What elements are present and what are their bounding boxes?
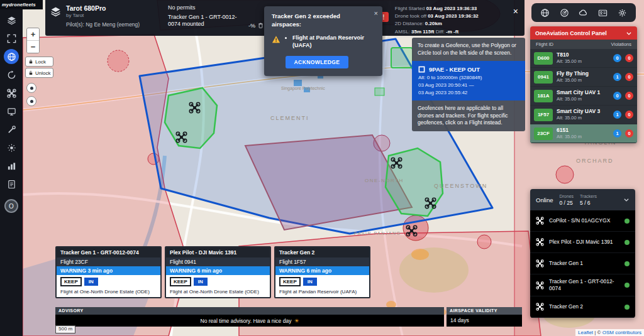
drone-summary: Tarot 680Pro by Tarot Pilot(s): Ng Ee Me… <box>66 4 159 28</box>
unlock-button[interactable]: Unlock <box>25 68 53 78</box>
alert-count-badge: 0 <box>625 111 633 119</box>
online-status-dot <box>625 261 630 266</box>
alert-count-badge: 0 <box>625 73 633 81</box>
history-button[interactable] <box>4 67 19 82</box>
trackers-count: 5 / 6 <box>580 200 597 206</box>
keep-badge: KEEP <box>170 277 191 286</box>
flight-id-badge: D600 <box>534 52 553 65</box>
keepout-geofence-card[interactable]: 9PAE - KEEP OUT Alt: 0 to 100000m (32808… <box>412 61 525 100</box>
exceeded-airspace-list: Flight at Pandan Reservoir (UAFA) <box>284 34 367 49</box>
brightness-button[interactable] <box>4 140 19 155</box>
osm-link[interactable]: OSM contributors <box>602 330 641 335</box>
online-panel-header[interactable]: Online Drones 0 / 25 Trackers 5 / 6 <box>530 189 635 210</box>
zoom-in-button[interactable]: + <box>27 29 39 41</box>
zoom-out-button[interactable]: − <box>27 41 39 53</box>
trash-icon[interactable] <box>257 22 264 29</box>
acknowledge-button[interactable]: ACKNOWLEDGE <box>286 56 348 68</box>
user-avatar[interactable]: O <box>4 199 18 213</box>
flight-row[interactable]: 0941 Fly By Thing Alt: 35.00 m 1 0 <box>530 68 637 87</box>
flight-row[interactable]: D600 T810 Alt: 35.00 m 0 0 <box>530 49 637 68</box>
weather-button[interactable] <box>577 6 591 19</box>
map-label: Singapore Polytechnic <box>281 86 325 91</box>
basemap-button[interactable] <box>538 6 552 19</box>
close-flight-bar-button[interactable]: × <box>512 7 519 16</box>
globe-icon <box>540 8 550 18</box>
online-status-dot <box>625 240 630 245</box>
sun-icon <box>7 143 16 153</box>
takeoff-label: Drone took off <box>395 13 426 19</box>
gear-icon <box>618 8 627 18</box>
flight-area-polygon[interactable] <box>391 48 413 68</box>
drone-name: Tarot 680Pro <box>66 4 159 12</box>
device-row[interactable]: Plex Pilot - DJI Mavic 1391 <box>530 232 635 253</box>
map-view-button[interactable] <box>4 49 19 64</box>
control-panel-title: OneAviation Control Panel <box>535 30 607 36</box>
card-airspace: Flight at One-North Drone Estate (ODE) <box>166 288 270 297</box>
flight-stats: Flight Started 03 Aug 2023 19:36:33 Dron… <box>395 5 507 36</box>
device-name: CoPilot - S/N 01AGCYGX <box>549 217 619 224</box>
advisory-text: No real time advisory. Have a nice day <box>201 318 292 324</box>
layers-button[interactable] <box>4 13 19 28</box>
control-panel: OneAviation Control Panel Flight ID Viol… <box>530 26 637 143</box>
alert-count-badge: 0 <box>625 129 633 138</box>
drone-icon <box>7 89 16 98</box>
flight-row[interactable]: 181A Smart City UAV 1 Alt: 35.00 m 0 0 <box>530 87 637 106</box>
takeoff-value: 03 Aug 2023 19:36:32 <box>428 13 479 19</box>
devices-button[interactable] <box>4 104 19 119</box>
direction-badge: IN <box>194 278 208 286</box>
flight-row[interactable]: 1F57 Smart City UAV 3 Alt: 35.00 m 1 0 <box>530 106 637 124</box>
device-row[interactable]: Tracker Gen 1 <box>530 253 635 274</box>
warning-icon <box>272 35 280 44</box>
warning-card[interactable]: Plex Pilot - DJI Mavic 1391 Flight 0941 … <box>165 246 271 298</box>
online-status-dot <box>625 219 630 224</box>
device-row[interactable]: Tracker Gen 1 - GRT-0012-0074 <box>530 274 635 296</box>
control-panel-header[interactable]: OneAviation Control Panel <box>530 26 637 40</box>
marker-toggle-button[interactable] <box>26 96 36 106</box>
flight-row-selected[interactable]: 23CF 6151 Alt: 35.00 m 1 0 <box>530 124 637 143</box>
device-name: Tracker Gen 1 - GRT-0012-0074 <box>549 278 619 292</box>
leaflet-link[interactable]: Leaflet <box>578 330 593 335</box>
diff-value: -m -ft <box>446 29 458 35</box>
geofence-start-time: 03 Aug 2023 20:50:41 — <box>418 82 519 88</box>
contacts-button[interactable] <box>596 6 610 19</box>
restricted-circle-zone <box>108 50 129 72</box>
app-sidebar: O <box>0 0 23 336</box>
geofence-note: Geofences here are applicable to all dro… <box>412 100 525 131</box>
layers-icon[interactable] <box>50 6 61 19</box>
warning-card[interactable]: Tracker Gen 1 - GRT-0012-0074 Flight 23C… <box>55 246 162 298</box>
map-attribution: Leaflet | © OSM contributors <box>575 329 644 336</box>
distance-value: 0.20km <box>425 21 442 26</box>
drones-label: Drones <box>559 193 574 199</box>
tracker-mounted: Tracker Gen 1 - GRT-0012-0074 mounted <box>168 14 245 28</box>
device-row[interactable]: CoPilot - S/N 01AGCYGX <box>530 210 635 232</box>
online-devices-panel: Online Drones 0 / 25 Trackers 5 / 6 CoPi… <box>530 189 635 318</box>
map-toolbar <box>531 3 636 22</box>
reports-button[interactable] <box>4 176 19 192</box>
bar-chart-icon <box>7 161 16 171</box>
fullscreen-button[interactable] <box>4 31 19 46</box>
drone-icon <box>536 303 544 311</box>
flight-id-badge: 1F57 <box>534 109 553 121</box>
map-label: QUEENSTOWN <box>434 183 487 189</box>
tools-button[interactable] <box>4 122 19 137</box>
flight-id-badge: 181A <box>534 90 553 102</box>
flight-name: T810 <box>557 51 609 58</box>
card-title: Tracker Gen 1 - GRT-0012-0074 <box>57 247 160 257</box>
flight-name: Smart City UAV 3 <box>557 108 609 114</box>
modal-close-button[interactable]: × <box>374 9 378 17</box>
warning-card[interactable]: Tracker Gen 2 Flight 1F57 WARNING 6 min … <box>274 246 370 298</box>
lock-button[interactable]: Lock <box>25 57 53 67</box>
online-status-dot <box>625 283 630 288</box>
sun-icon: ☀ <box>294 318 299 324</box>
device-name: Tracker Gen 2 <box>549 303 619 310</box>
marker-toggle-button[interactable] <box>26 83 36 93</box>
flight-area-polygon[interactable] <box>375 88 384 95</box>
drone-fleet-button[interactable] <box>4 85 19 100</box>
direction-badge: IN <box>84 278 98 286</box>
airspace-validity-value: 14 days <box>447 315 522 327</box>
analytics-button[interactable] <box>4 158 19 173</box>
device-row[interactable]: Tracker Gen 2 <box>530 296 635 318</box>
settings-button[interactable] <box>616 6 630 19</box>
trackers-label: Trackers <box>580 193 597 199</box>
radar-button[interactable] <box>557 6 571 19</box>
